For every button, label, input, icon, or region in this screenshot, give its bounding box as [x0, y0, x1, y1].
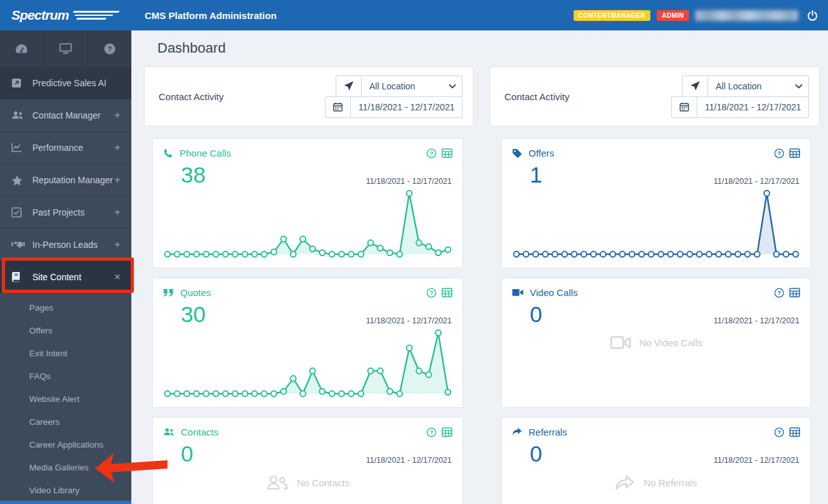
contacts-card: Contacts ? 0 11/18/2021 - 12 [152, 417, 463, 504]
table-view-icon[interactable] [442, 427, 452, 437]
location-select-group: All Location [336, 75, 463, 97]
help-circle-icon[interactable]: ? [774, 288, 784, 298]
empty-state: No Video Calls [502, 335, 810, 350]
phone-calls-chart [163, 189, 452, 260]
metric-date-range: 11/18/2021 - 12/17/2021 [366, 456, 452, 465]
main-content: Dashboard Contact Activity All Location [131, 30, 828, 504]
offers-chart [512, 189, 800, 260]
help-circle-icon[interactable]: ? [426, 427, 437, 437]
submenu-item-exit-intent[interactable]: Exit Intent [0, 342, 131, 365]
submenu-item-video-library[interactable]: Video Library [0, 479, 131, 502]
handshake-icon [11, 240, 25, 249]
location-select[interactable]: All Location [362, 76, 462, 96]
table-view-icon[interactable] [789, 427, 800, 437]
sidebar-item-past-projects[interactable]: Past Projects + [0, 196, 131, 228]
help-circle-icon[interactable]: ? [426, 288, 437, 298]
top-header-bar: Spectrum CMS Platform Administration CON… [0, 0, 828, 30]
metric-date-range: 11/18/2021 - 12/17/2021 [714, 316, 799, 325]
sidebar-item-label: Reputation Manager [32, 175, 113, 185]
collapse-x-icon[interactable]: × [114, 271, 121, 283]
location-select[interactable]: All Location [708, 76, 808, 96]
date-range-input[interactable]: 11/18/2021 - 12/17/2021 [697, 97, 808, 117]
sidebar-item-reputation-manager[interactable]: Reputation Manager + [0, 164, 131, 196]
svg-text:?: ? [107, 45, 112, 53]
role-badge-admin: ADMIN [657, 10, 689, 21]
sidebar: ? Predictive Sales AI Contact Manager + … [0, 30, 131, 504]
offers-card: Offers ? 1 11/18/2021 - 12/1 [501, 138, 811, 268]
sidebar-item-label: Predictive Sales AI [32, 78, 107, 88]
sidebar-item-site-content[interactable]: Site Content × [0, 261, 131, 293]
location-icon [683, 76, 708, 96]
panel-controls: All Location 11/18/2021 - 12/17/2021 [671, 75, 809, 118]
empty-state: No Contacts [153, 475, 463, 490]
desktop-icon[interactable] [44, 30, 88, 67]
submenu-item-media-galleries[interactable]: Media Galleries [0, 456, 131, 479]
card-title: Contacts [181, 427, 218, 437]
card-title: Referrals [529, 427, 567, 437]
help-icon[interactable]: ? [88, 30, 131, 67]
share-outline-icon [615, 475, 635, 491]
users-icon [163, 427, 174, 436]
sidebar-item-label: In-Person Leads [32, 240, 98, 250]
expand-plus-icon[interactable]: + [114, 109, 121, 122]
site-content-submenu: Pages Offers Exit Intent FAQs Website Al… [0, 293, 131, 502]
empty-state-text: No Referrals [643, 477, 697, 488]
column-right: Contact Activity All Location [490, 67, 820, 504]
sidebar-item-in-person-leads[interactable]: In-Person Leads + [0, 228, 131, 261]
date-range-input[interactable]: 11/18/2021 - 12/17/2021 [351, 97, 462, 117]
metric-date-range: 11/18/2021 - 12/17/2021 [366, 177, 452, 186]
expand-plus-icon[interactable]: + [114, 141, 121, 154]
svg-text:?: ? [430, 290, 433, 296]
card-title: Video Calls [530, 287, 578, 298]
submenu-item-careers[interactable]: Careers [0, 411, 131, 434]
submenu-item-offers[interactable]: Offers [0, 320, 131, 342]
sidebar-item-label: Performance [32, 143, 83, 153]
card-title: Phone Calls [180, 148, 231, 158]
expand-plus-icon[interactable]: + [114, 238, 121, 251]
help-circle-icon[interactable]: ? [426, 148, 437, 158]
phone-calls-card: Phone Calls ? 38 11/18/2021 [152, 138, 463, 268]
date-range-group: 11/18/2021 - 12/17/2021 [671, 96, 809, 118]
sidebar-item-label: Site Content [32, 272, 81, 282]
panel-title: Contact Activity [159, 91, 224, 102]
table-view-icon[interactable] [442, 148, 452, 158]
quotes-chart [163, 328, 452, 399]
table-view-icon[interactable] [442, 288, 452, 297]
svg-text:?: ? [777, 429, 781, 436]
chevron-down-icon [449, 84, 456, 89]
svg-text:?: ? [430, 429, 433, 436]
sidebar-item-performance[interactable]: Performance + [0, 131, 131, 164]
speedometer-icon[interactable] [0, 30, 44, 67]
svg-text:?: ? [777, 290, 781, 296]
svg-text:?: ? [430, 150, 433, 157]
empty-state-text: No Video Calls [640, 337, 702, 348]
sidebar-item-contact-manager[interactable]: Contact Manager + [0, 99, 131, 131]
help-circle-icon[interactable]: ? [774, 148, 784, 158]
sidebar-item-predictive-sales-ai[interactable]: Predictive Sales AI [0, 67, 131, 99]
submenu-item-website-alert[interactable]: Website Alert [0, 388, 131, 411]
quotes-card: Quotes ? 30 11/18/2021 - 12/ [152, 278, 463, 408]
cards-left: Phone Calls ? 38 11/18/2021 [144, 138, 473, 504]
share-arrow-icon [512, 427, 522, 436]
submenu-item-faqs[interactable]: FAQs [0, 365, 131, 388]
help-circle-icon[interactable]: ? [774, 427, 784, 437]
users-icon [11, 110, 25, 120]
submenu-item-career-applications[interactable]: Career Applications [0, 434, 131, 456]
sidebar-quick-icons: ? [0, 30, 131, 67]
video-outline-icon [610, 335, 631, 350]
submenu-item-pages[interactable]: Pages [0, 297, 131, 320]
username-blurred [695, 10, 798, 21]
app-title: CMS Platform Administration [145, 10, 277, 21]
video-camera-icon [512, 288, 523, 297]
location-select-group: All Location [682, 75, 809, 97]
svg-text:?: ? [777, 150, 781, 157]
power-icon[interactable] [805, 8, 820, 23]
chart-line-icon [11, 143, 25, 152]
table-view-icon[interactable] [789, 288, 800, 297]
spectrum-logo[interactable]: Spectrum [0, 0, 131, 30]
brand-speed-lines [69, 11, 120, 20]
table-view-icon[interactable] [789, 148, 800, 158]
expand-plus-icon[interactable]: + [114, 174, 121, 186]
expand-plus-icon[interactable]: + [114, 206, 121, 219]
metric-date-range: 11/18/2021 - 12/17/2021 [714, 456, 799, 465]
